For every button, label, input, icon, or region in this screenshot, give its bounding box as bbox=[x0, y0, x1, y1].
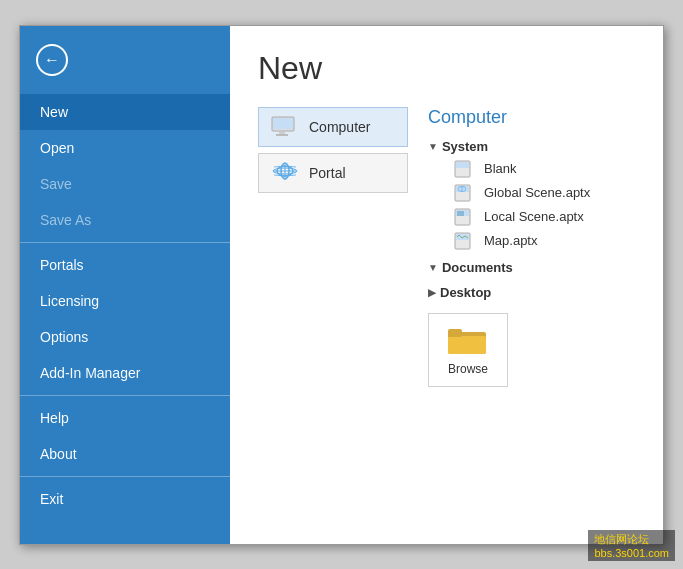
tree-item-blank[interactable]: Blank bbox=[448, 157, 635, 181]
global-scene-label: Global Scene.aptx bbox=[484, 185, 590, 200]
source-portal[interactable]: Portal bbox=[258, 153, 408, 193]
map-label: Map.aptx bbox=[484, 233, 537, 248]
computer-label: Computer bbox=[309, 119, 370, 135]
svg-rect-21 bbox=[448, 336, 486, 354]
computer-icon bbox=[271, 116, 299, 138]
back-circle-icon[interactable]: ← bbox=[36, 44, 68, 76]
sidebar-item-help[interactable]: Help bbox=[20, 400, 230, 436]
sidebar-item-open[interactable]: Open bbox=[20, 130, 230, 166]
svg-rect-17 bbox=[457, 211, 464, 216]
system-label: System bbox=[442, 139, 488, 154]
triangle-icon-documents: ▼ bbox=[428, 262, 438, 273]
svg-rect-22 bbox=[448, 329, 462, 337]
sidebar-nav: New Open Save Save As Portals Licensing … bbox=[20, 94, 230, 517]
tree-group-header-documents[interactable]: ▼ Documents bbox=[428, 257, 635, 278]
blank-label: Blank bbox=[484, 161, 517, 176]
divider-3 bbox=[20, 476, 230, 477]
file-icon-global-scene bbox=[454, 184, 476, 202]
app-window: ← New Open Save Save As Portals Licensin… bbox=[19, 25, 664, 545]
sidebar-item-portals[interactable]: Portals bbox=[20, 247, 230, 283]
svg-rect-10 bbox=[456, 162, 469, 168]
folder-icon-large bbox=[448, 324, 488, 356]
svg-rect-2 bbox=[279, 132, 285, 134]
tree-item-map[interactable]: Map.aptx bbox=[448, 229, 635, 253]
sidebar-item-options[interactable]: Options bbox=[20, 319, 230, 355]
file-tree: Computer ▼ System bbox=[428, 107, 635, 524]
tree-group-documents: ▼ Documents bbox=[428, 257, 635, 278]
triangle-icon-desktop: ▶ bbox=[428, 287, 436, 298]
portal-label: Portal bbox=[309, 165, 346, 181]
sidebar-item-new[interactable]: New bbox=[20, 94, 230, 130]
source-list: Computer Portal bbox=[258, 107, 408, 524]
tree-item-global-scene[interactable]: Global Scene.aptx bbox=[448, 181, 635, 205]
source-computer[interactable]: Computer bbox=[258, 107, 408, 147]
tree-item-local-scene[interactable]: Local Scene.aptx bbox=[448, 205, 635, 229]
svg-rect-3 bbox=[276, 134, 288, 136]
main-content: ← New Open Save Save As Portals Licensin… bbox=[20, 26, 663, 544]
browse-label: Browse bbox=[448, 362, 488, 376]
documents-label: Documents bbox=[442, 260, 513, 275]
file-icon-blank bbox=[454, 160, 476, 178]
desktop-label: Desktop bbox=[440, 285, 491, 300]
sidebar-item-exit[interactable]: Exit bbox=[20, 481, 230, 517]
sidebar-item-about[interactable]: About bbox=[20, 436, 230, 472]
sidebar-item-licensing[interactable]: Licensing bbox=[20, 283, 230, 319]
panel-body: Computer Portal bbox=[258, 107, 635, 524]
svg-rect-1 bbox=[273, 118, 293, 129]
local-scene-label: Local Scene.aptx bbox=[484, 209, 584, 224]
tree-group-desktop: ▶ Desktop bbox=[428, 282, 635, 303]
back-button[interactable]: ← bbox=[20, 26, 230, 94]
tree-group-header-system[interactable]: ▼ System bbox=[428, 136, 635, 157]
portal-icon bbox=[271, 162, 299, 184]
tree-group-system: ▼ System Blank bbox=[428, 136, 635, 253]
tree-section-title: Computer bbox=[428, 107, 635, 128]
sidebar-item-save: Save bbox=[20, 166, 230, 202]
panel-title: New bbox=[258, 50, 635, 87]
triangle-icon-system: ▼ bbox=[428, 141, 438, 152]
watermark-line2: bbs.3s001.com bbox=[594, 547, 669, 559]
sidebar: ← New Open Save Save As Portals Licensin… bbox=[20, 26, 230, 544]
right-panel: New Computer bbox=[230, 26, 663, 544]
sidebar-item-add-in-manager[interactable]: Add-In Manager bbox=[20, 355, 230, 391]
system-items: Blank Global Scene.aptx bbox=[448, 157, 635, 253]
file-icon-local-scene bbox=[454, 208, 476, 226]
divider-2 bbox=[20, 395, 230, 396]
browse-box[interactable]: Browse bbox=[428, 313, 508, 387]
sidebar-item-save-as: Save As bbox=[20, 202, 230, 238]
tree-group-header-desktop[interactable]: ▶ Desktop bbox=[428, 282, 635, 303]
divider-1 bbox=[20, 242, 230, 243]
file-icon-map bbox=[454, 232, 476, 250]
